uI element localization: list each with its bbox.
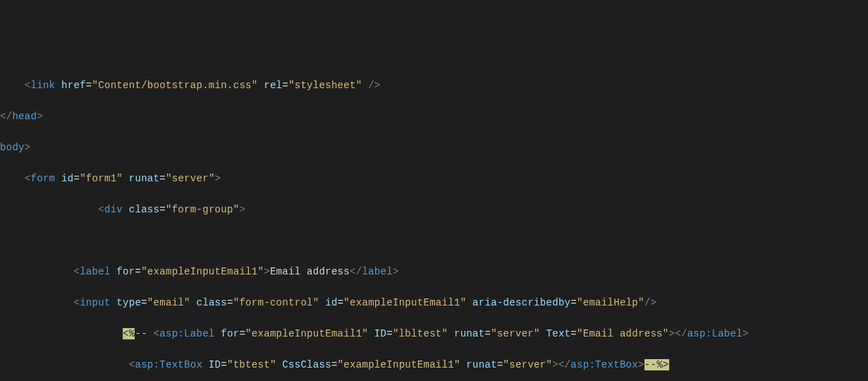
code-line: <label for="exampleInputEmail1">Email ad… <box>0 264 868 279</box>
code-line: <div class="form-group"> <box>0 202 868 217</box>
code-line: <input type="email" class="form-control"… <box>0 295 868 310</box>
code-line: <asp:TextBox ID="tbtest" CssClass="examp… <box>0 357 868 373</box>
code-line <box>0 233 868 248</box>
code-editor[interactable]: <link href="Content/bootstrap.min.css" r… <box>0 62 868 381</box>
code-line: <form id="form1" runat="server"> <box>0 171 868 186</box>
code-line: </head> <box>0 109 868 124</box>
code-line: <link href="Content/bootstrap.min.css" r… <box>0 78 868 93</box>
code-line: body> <box>0 140 868 155</box>
code-line: <%-- <asp:Label for="exampleInputEmail1"… <box>0 326 868 341</box>
